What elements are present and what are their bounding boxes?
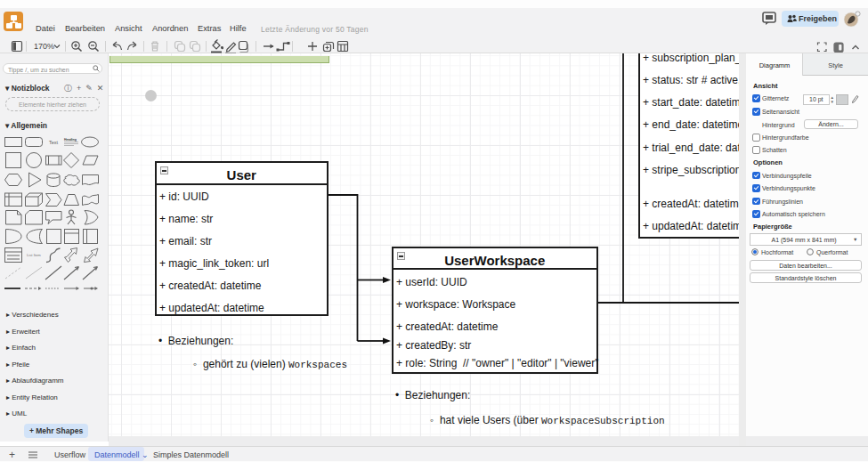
svg-text:Heading: Heading xyxy=(64,138,77,142)
svg-text:Text: Text xyxy=(49,140,59,145)
svg-text:List Item: List Item xyxy=(27,253,41,257)
